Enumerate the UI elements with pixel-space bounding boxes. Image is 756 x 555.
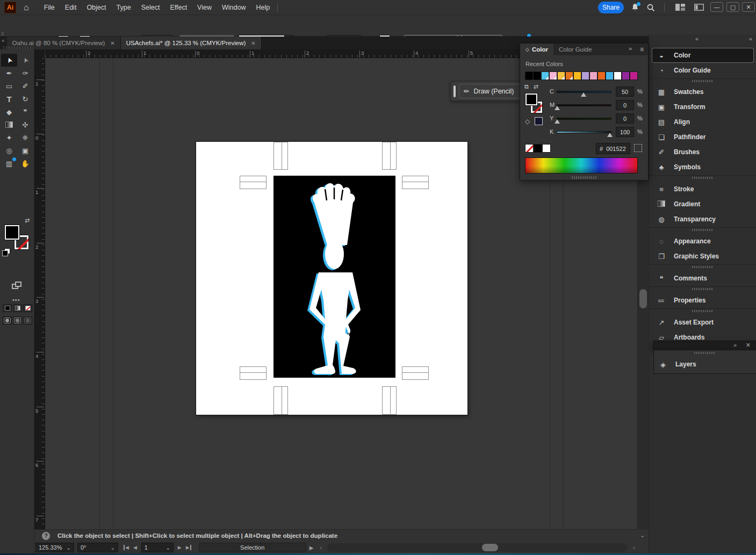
gradient-tool[interactable]: [1, 118, 17, 131]
collapse-panel-icon[interactable]: ◇: [525, 47, 529, 52]
graph-tool[interactable]: ▥: [1, 157, 17, 170]
recent-color-swatch[interactable]: [549, 71, 557, 80]
default-fill-stroke-icon[interactable]: [2, 248, 10, 256]
logo-background-rect[interactable]: [273, 176, 395, 378]
hud-drag-handle[interactable]: [453, 85, 456, 97]
menu-file[interactable]: File: [44, 4, 55, 11]
arrange-documents-icon[interactable]: [675, 4, 685, 11]
menu-window[interactable]: Window: [222, 4, 246, 11]
curvature-tool[interactable]: ✑: [17, 67, 33, 80]
menu-select[interactable]: Select: [141, 4, 160, 11]
slider-handle[interactable]: [555, 106, 560, 110]
slider-handle[interactable]: [607, 133, 613, 137]
paintbrush-tool[interactable]: ✐: [17, 80, 33, 92]
magenta-value-field[interactable]: 0: [616, 100, 634, 110]
fill-proxy[interactable]: [4, 225, 20, 240]
tab-color-guide[interactable]: Color Guide: [553, 44, 597, 55]
scroll-right-icon[interactable]: ›: [633, 544, 635, 551]
collapse-dock-icon[interactable]: «: [695, 35, 699, 42]
vertical-ruler[interactable]: 1 0 1 2 3 4 5 6 7: [34, 58, 45, 529]
recent-color-swatch[interactable]: [630, 71, 638, 80]
eyedropper-tool[interactable]: ✦: [1, 131, 17, 144]
screen-mode-icon[interactable]: [12, 282, 23, 290]
yellow-slider[interactable]: [557, 118, 611, 120]
rotation-combo[interactable]: 0°⌄: [77, 543, 118, 552]
none-fill-button[interactable]: [23, 304, 32, 312]
menu-type[interactable]: Type: [117, 4, 131, 11]
next-artboard-icon[interactable]: ▶: [178, 545, 182, 550]
gradient-fill-button[interactable]: [13, 304, 22, 312]
edit-toolbar-ellipsis-icon[interactable]: •••: [12, 297, 20, 303]
hex-field[interactable]: # 001522: [596, 143, 630, 154]
menu-effect[interactable]: Effect: [170, 4, 187, 11]
panel-item-comments[interactable]: ❝Comments: [652, 271, 753, 285]
close-tab-icon[interactable]: ✕: [110, 40, 114, 46]
recent-color-swatch[interactable]: [573, 71, 581, 80]
share-button[interactable]: Share: [598, 2, 624, 13]
slider-handle[interactable]: [581, 92, 586, 97]
scrollbar-thumb[interactable]: [482, 544, 498, 551]
menu-help[interactable]: Help: [256, 4, 270, 11]
panel-options-icon[interactable]: »: [733, 342, 737, 348]
cyan-value-field[interactable]: 50: [616, 87, 634, 97]
recent-color-swatch[interactable]: [589, 71, 597, 80]
black-slider[interactable]: [557, 131, 611, 133]
panel-item-stroke[interactable]: ≡Stroke: [652, 182, 753, 196]
black-value-field[interactable]: 100: [616, 127, 634, 137]
scroll-left-icon[interactable]: ‹: [320, 544, 322, 551]
panel-item-swatches[interactable]: ▦Swatches: [652, 85, 753, 99]
status-mode-field[interactable]: Selection: [199, 543, 306, 552]
artboard[interactable]: [196, 142, 467, 415]
panel-item-pathfinder[interactable]: ❏Pathfinder: [652, 130, 753, 144]
draw-inside-button[interactable]: [23, 316, 32, 325]
hand-tool[interactable]: ✋: [17, 157, 33, 170]
panel-item-transparency[interactable]: ◍Transparency: [652, 212, 753, 226]
draw-behind-button[interactable]: [13, 316, 22, 325]
status-expand-icon[interactable]: ▶: [309, 545, 314, 551]
recent-color-swatch[interactable]: [614, 71, 622, 80]
scrollbar-thumb[interactable]: [639, 289, 647, 308]
magenta-slider[interactable]: [557, 104, 611, 106]
dock-divider[interactable]: [649, 286, 756, 292]
recent-color-swatch[interactable]: [541, 71, 549, 80]
previous-artboard-icon[interactable]: ◀: [133, 545, 137, 550]
notifications-bell-icon[interactable]: [631, 3, 639, 12]
toolbar-grip[interactable]: [3, 46, 33, 49]
menu-object[interactable]: Object: [87, 4, 106, 11]
panel-item-color-guide[interactable]: ◔Color Guide: [652, 63, 753, 77]
rotate-tool[interactable]: ↻: [17, 92, 33, 105]
draw-pencil-button[interactable]: ✏ Draw (Pencil): [459, 84, 522, 98]
rectangle-tool[interactable]: ▭: [1, 80, 17, 92]
minimize-button[interactable]: —: [710, 2, 723, 12]
close-button[interactable]: ✕: [742, 2, 755, 12]
color-fill-button[interactable]: [3, 304, 12, 312]
panel-item-layers[interactable]: ◈ Layers: [654, 357, 755, 371]
panel-item-align[interactable]: ▤Align: [652, 115, 753, 129]
selection-tool[interactable]: ➤: [1, 54, 17, 67]
panel-drag-grip[interactable]: [694, 352, 716, 354]
swap-fill-stroke-icon[interactable]: ⇄: [25, 217, 30, 224]
draw-normal-button[interactable]: [3, 316, 12, 325]
chef-figure[interactable]: [273, 176, 395, 378]
white-swatch[interactable]: [542, 144, 551, 153]
dock-divider[interactable]: [649, 78, 756, 84]
color-spectrum-bar[interactable]: [525, 157, 638, 174]
maximize-button[interactable]: ▢: [726, 2, 739, 12]
panel-item-appearance[interactable]: ◌Appearance: [652, 234, 753, 248]
slider-handle[interactable]: [555, 119, 560, 124]
panel-resize-grip[interactable]: [572, 176, 596, 179]
home-icon[interactable]: ⌂: [24, 3, 29, 12]
direct-selection-tool[interactable]: ➤: [17, 54, 33, 67]
panel-item-brushes[interactable]: ✐Brushes: [652, 145, 753, 159]
panel-item-symbols[interactable]: ♣Symbols: [652, 160, 753, 174]
recent-color-swatch[interactable]: [622, 71, 630, 80]
color-picker-marquee-icon[interactable]: [634, 144, 642, 152]
dock-divider[interactable]: [649, 175, 756, 181]
close-tab-icon[interactable]: ✕: [251, 40, 255, 46]
panel-menu-icon[interactable]: ≡: [640, 46, 644, 53]
comment-tool[interactable]: ❞: [17, 105, 33, 118]
tab-usachefs[interactable]: USAchefs.ai* @ 125.33 % (CMYK/Preview) ✕: [121, 37, 262, 49]
workspace-switcher-icon[interactable]: [694, 4, 704, 11]
pen-tool[interactable]: ✒: [1, 67, 17, 80]
panel-item-color[interactable]: ◒Color: [652, 48, 753, 62]
